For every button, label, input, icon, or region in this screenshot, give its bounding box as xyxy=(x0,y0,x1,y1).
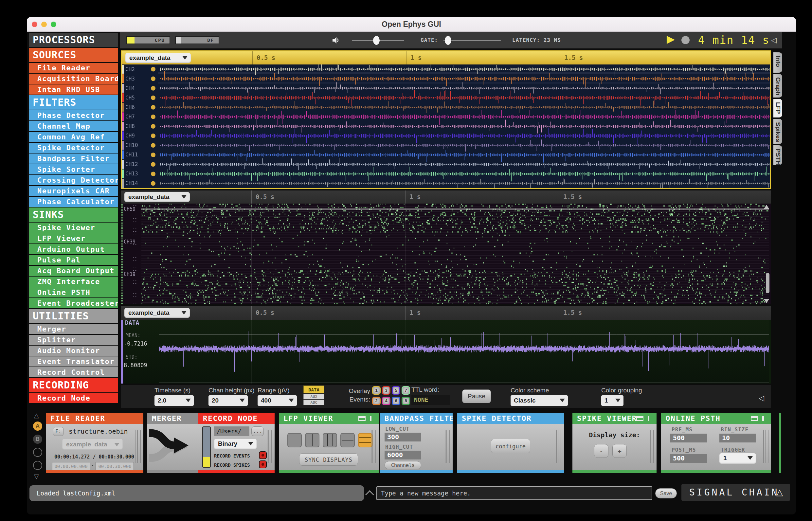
expand-console-icon[interactable] xyxy=(365,490,374,499)
low-cut-field[interactable]: 300 xyxy=(385,433,421,441)
adc-stream-button[interactable]: ADC xyxy=(303,400,324,405)
sidebar-item-record-node[interactable]: Record Node xyxy=(29,393,118,403)
sidebar-item-spike-viewer[interactable]: Spike Viewer xyxy=(29,223,118,233)
collapse-clock-icon[interactable]: ◁ xyxy=(771,36,777,45)
scroll-up-icon[interactable] xyxy=(764,205,769,209)
sync-displays-button[interactable]: SYNC DISPLAYS xyxy=(299,453,358,466)
layout-three-row-button-selected[interactable] xyxy=(358,433,373,447)
chan-height-select[interactable]: 20 xyxy=(208,395,248,406)
sidebar-item-channel-map[interactable]: Channel Map xyxy=(29,121,118,131)
channels-button[interactable]: Channels xyxy=(385,461,421,469)
scroll-down-icon[interactable] xyxy=(764,299,769,303)
record-events-toggle[interactable] xyxy=(259,451,267,459)
overlay-event-button-8[interactable]: 8 xyxy=(402,397,410,405)
range-select[interactable]: 400 xyxy=(257,395,297,406)
module-spike-detector[interactable]: SPIKE DETECTOR configure xyxy=(457,413,564,473)
layout-three-col-button[interactable] xyxy=(323,433,337,447)
gate-slider[interactable] xyxy=(444,40,501,41)
module-file-reader[interactable]: FILE READER F: structure.oebin example_d… xyxy=(46,413,143,473)
sidebar-item-event-translator[interactable]: Event Translator xyxy=(29,356,118,366)
window-icon[interactable] xyxy=(751,416,758,421)
sidebar-item-acq-board-output[interactable]: Acq Board Output xyxy=(29,266,118,276)
sidebar-item-file-reader[interactable]: File Reader xyxy=(29,63,118,73)
sidebar-item-intan-rhd-usb[interactable]: Intan RHD USB xyxy=(29,85,118,95)
chain-tab-b[interactable]: B xyxy=(33,435,42,444)
pre-ms-field[interactable]: 500 xyxy=(670,434,707,443)
raster-source-select[interactable]: example_data xyxy=(125,192,190,202)
chain-scroll-up-icon[interactable]: △ xyxy=(34,412,39,419)
tab-lfp[interactable]: LFP xyxy=(773,99,782,117)
chain-tab-empty[interactable] xyxy=(33,448,42,457)
browse-button[interactable]: ... xyxy=(251,426,264,436)
timebase-select[interactable]: 2.0 xyxy=(155,395,194,406)
module-online-psth[interactable]: ONLINE PSTH PRE_MS 500 BIN_SIZE 10 POST_… xyxy=(661,413,771,473)
lfp-source-select[interactable]: example_data xyxy=(125,53,191,63)
raster-scrollbar-thumb[interactable] xyxy=(766,273,769,293)
save-message-button[interactable]: Save xyxy=(655,488,677,498)
record-engine-select[interactable]: Binary xyxy=(214,439,256,449)
sidebar-item-audio-monitor[interactable]: Audio Monitor xyxy=(29,346,118,356)
sidebar-item-crossing-detector[interactable]: Crossing Detector xyxy=(29,175,118,185)
module-merger[interactable]: MERGER xyxy=(147,413,198,473)
high-cut-field[interactable]: 6000 xyxy=(385,451,421,459)
bin-size-field[interactable]: 10 xyxy=(719,434,756,443)
module-drag-handle[interactable] xyxy=(445,430,450,463)
volume-slider[interactable] xyxy=(352,40,404,41)
sidebar-item-event-broadcaster[interactable]: Event Broadcaster xyxy=(29,298,118,308)
tab-spikes[interactable]: Spikes xyxy=(773,119,782,144)
module-drag-handle[interactable] xyxy=(649,430,654,463)
overlay-event-button-5[interactable]: 5 xyxy=(392,386,400,395)
module-record-node[interactable]: RECORD NODE /Users/ ... Binary RECORD EV… xyxy=(198,413,275,473)
trigger-select[interactable]: 1 xyxy=(719,453,756,464)
message-input[interactable] xyxy=(376,486,652,500)
start-time-field[interactable]: 00:00:00.000 xyxy=(52,462,90,471)
overlay-event-button-4[interactable]: 4 xyxy=(382,397,390,405)
pin-icon[interactable] xyxy=(762,416,764,421)
window-icon[interactable] xyxy=(358,416,366,421)
module-lfp-viewer[interactable]: LFP VIEWER SYNC DISPLAYS xyxy=(279,413,379,473)
signal-chain-toggle[interactable]: SIGNAL CHAIN △ xyxy=(681,484,790,501)
dataset-select[interactable]: example_data xyxy=(62,439,123,450)
tab-psth[interactable]: PSTH xyxy=(773,145,782,165)
sidebar-item-bandpass-filter[interactable]: Bandpass Filter xyxy=(29,154,118,164)
aux-stream-button[interactable]: AUX xyxy=(303,394,324,399)
layout-two-col-button[interactable] xyxy=(305,433,319,447)
overlay-event-button-3[interactable]: 3 xyxy=(382,386,390,395)
overlay-event-button-2[interactable]: 2 xyxy=(372,397,381,405)
color-scheme-select[interactable]: Classic xyxy=(511,395,568,406)
sidebar-item-merger[interactable]: Merger xyxy=(29,324,118,334)
window-icon[interactable] xyxy=(636,416,644,421)
volume-slider-thumb[interactable] xyxy=(373,36,380,45)
file-select-button[interactable]: F: xyxy=(53,427,64,436)
chain-tab-a[interactable]: A xyxy=(33,422,42,431)
module-drag-handle[interactable] xyxy=(267,430,272,463)
overlay-event-button-1[interactable]: 1 xyxy=(372,386,381,395)
audio-source-select[interactable]: example_data xyxy=(125,308,190,318)
record-path-field[interactable]: /Users/ xyxy=(214,426,249,436)
module-drag-handle[interactable] xyxy=(371,430,376,463)
module-bandpass-filter[interactable]: BANDPASS FILTER LOW_CUT 300 HIGH_CUT 600… xyxy=(380,413,453,473)
module-drag-handle[interactable] xyxy=(135,430,141,463)
layout-single-button[interactable] xyxy=(287,433,302,447)
sidebar-item-arduino-output[interactable]: Arduino Output xyxy=(29,244,118,254)
chain-scroll-down-icon[interactable]: ▽ xyxy=(34,473,39,480)
sidebar-item-phase-calculator[interactable]: Phase Calculator xyxy=(29,197,118,207)
sidebar-item-neuropixels-car[interactable]: Neuropixels CAR xyxy=(29,186,118,196)
module-spike-viewer[interactable]: SPIKE VIEWER Display size: - + xyxy=(572,413,657,473)
sidebar-item-lfp-viewer[interactable]: LFP Viewer xyxy=(29,233,118,244)
post-ms-field[interactable]: 500 xyxy=(670,454,707,463)
sidebar-item-zmq-interface[interactable]: ZMQ Interface xyxy=(29,276,118,287)
record-spikes-toggle[interactable] xyxy=(259,460,267,468)
sidebar-item-phase-detector[interactable]: Phase Detector xyxy=(29,110,118,120)
play-button[interactable]: ▶ xyxy=(667,33,675,45)
tab-info[interactable]: Info xyxy=(773,52,782,73)
display-size-minus-button[interactable]: - xyxy=(594,444,608,458)
layout-two-row-button[interactable] xyxy=(340,433,355,447)
pin-icon[interactable] xyxy=(648,416,649,421)
data-stream-button[interactable]: DATA xyxy=(303,386,324,393)
tab-graph[interactable]: Graph xyxy=(773,74,782,97)
sidebar-item-record-control[interactable]: Record Control xyxy=(29,367,118,377)
sidebar-item-acquisition-board[interactable]: Acquisition Board xyxy=(29,74,118,84)
sidebar-item-splitter[interactable]: Splitter xyxy=(29,335,118,345)
gate-slider-thumb[interactable] xyxy=(445,36,451,45)
